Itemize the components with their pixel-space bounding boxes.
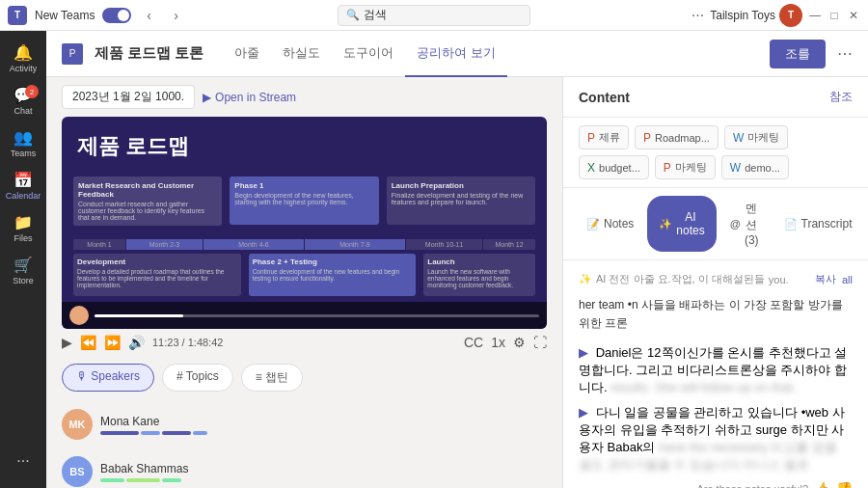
video-bottom-bar [62, 302, 547, 329]
search-box[interactable]: 🔍 검색 [338, 5, 530, 26]
fullscreen-button[interactable]: ⛶ [533, 335, 547, 350]
copy-button[interactable]: 복사 [815, 272, 836, 286]
ai-indicator: ✨ AI 전전 아줄 요.작업, 이 대해설된들 you. [579, 272, 789, 286]
speed-button[interactable]: 1x [491, 335, 505, 350]
new-teams-toggle[interactable] [102, 8, 131, 23]
profile-area: Tailspin Toys T [710, 4, 802, 27]
play-button[interactable]: ▶ [62, 335, 72, 350]
close-button[interactable]: ✕ [847, 9, 860, 22]
sidebar-item-calendar[interactable]: 📅 Calendar [4, 166, 42, 204]
sidebar-label-teams: Teams [11, 149, 37, 158]
main-layout: 🔔 Activity 💬 Chat 2 👥 Teams 📅 Calendar 📁… [0, 31, 868, 488]
sidebar-label-files: Files [14, 233, 32, 243]
thumbs-down-notes[interactable]: 👎 [836, 481, 853, 488]
sidebar-item-teams[interactable]: 👥 Teams [4, 123, 42, 162]
roadmap-phases: Market Research and Customer Feedback Co… [62, 176, 547, 239]
video-container: 제품 로드맵 Market Research and Customer Feed… [62, 117, 547, 329]
progress-bar[interactable] [95, 314, 539, 317]
phase-launch-prep: Launch Preparation Finalize development … [387, 176, 535, 225]
expandable-item-2[interactable]: ▶ 다니 일을 공물을 관리하고 있습니다 •web 사용자의 유입을 추적하기… [579, 404, 853, 474]
rewind-button[interactable]: ⏪ [80, 335, 96, 350]
transcript-tab-label: Transcript [801, 217, 853, 230]
reference-button[interactable]: 참조 [829, 89, 853, 105]
join-button[interactable]: 조를 [770, 40, 826, 68]
date-text: 2023년 1월 2일 1000. [62, 85, 195, 109]
tab-공리하여보기[interactable]: 공리하여 보기 [405, 31, 507, 77]
expandable-items: ▶ Daniel은 12쪽이신가를 온시를 추천했다고 설명합니다. 그리고 비… [579, 344, 853, 474]
chip-roadmap[interactable]: P Roadmap... [635, 125, 719, 149]
chip-budget[interactable]: X budget... [579, 155, 649, 179]
volume-button[interactable]: 🔊 [128, 335, 145, 350]
forward-button[interactable]: ⏩ [104, 335, 121, 350]
tab-topics[interactable]: # Topics [162, 364, 233, 392]
chip-marketing-2[interactable]: P 마케팅 [655, 155, 716, 179]
titlebar-more-button[interactable]: ··· [692, 7, 704, 24]
video-title: 제품 로드맵 [62, 117, 547, 176]
doc-icon: P [62, 43, 83, 65]
chip-doc-icon-2: W [730, 161, 741, 175]
phase-1: Phase 1 Begin development of the new fea… [230, 176, 378, 225]
chip-name-3: 마케팅 [747, 130, 779, 145]
chip-doc-icon: W [733, 131, 744, 145]
chip-marketing-1[interactable]: W 마케팅 [724, 125, 788, 149]
video-panel: 2023년 1월 2일 1000. ▶ Open in Stream 제품 로드… [46, 77, 868, 488]
speaker-name-mona: Mona Kane [100, 415, 207, 428]
sidebar-item-chat[interactable]: 💬 Chat 2 [4, 81, 42, 120]
speaker-name-babak: Babak Shammas [100, 462, 188, 475]
all-button[interactable]: all [842, 272, 853, 286]
chip-제류[interactable]: P 제류 [579, 125, 629, 149]
tab-transcript[interactable]: 📄 Transcript [773, 196, 864, 252]
thumbs-up-notes[interactable]: 👍 [814, 481, 830, 488]
sidebar-item-more[interactable]: ··· [4, 442, 42, 480]
chip-demo[interactable]: W demo... [721, 155, 789, 179]
open-in-stream-link[interactable]: ▶ Open in Stream [203, 91, 296, 104]
nav-back-button[interactable]: ‹ [139, 6, 158, 25]
user-avatar[interactable]: T [779, 4, 802, 27]
maximize-button[interactable]: □ [827, 9, 841, 22]
sidebar-item-store[interactable]: 🛒 Store [4, 251, 42, 289]
chip-ppt-icon: P [587, 131, 595, 145]
nav-forward-button[interactable]: › [166, 6, 185, 25]
mentions-tab-label: 멘션 (3) [745, 201, 759, 247]
expand-arrow-2: ▶ [579, 405, 588, 420]
sidebar-item-activity[interactable]: 🔔 Activity [4, 39, 42, 77]
bottom-avatar [69, 306, 89, 325]
video-overlay: 제품 로드맵 Market Research and Customer Feed… [62, 117, 547, 329]
chat-action-buttons: 복사 all [815, 272, 853, 286]
tab-speakers[interactable]: 🎙 Speakers [62, 364, 154, 392]
tab-아줄[interactable]: 아줄 [223, 31, 271, 77]
transcript-tab-icon: 📄 [784, 218, 798, 230]
speaker-avatar-babak: BS [62, 456, 93, 487]
tab-notes[interactable]: 📝 Notes [575, 196, 645, 252]
profile-name: Tailspin Toys [710, 9, 775, 22]
time-display: 11:23 / 1:48:42 [152, 337, 223, 348]
tab-chaptin[interactable]: ≡ 챕틴 [241, 364, 303, 392]
notes-tab-icon: 📝 [586, 218, 600, 230]
chip-ppt-icon-3: P [664, 161, 671, 175]
expandable-item-1[interactable]: ▶ Daniel은 12쪽이신가를 온시를 추천했다고 설명합니다. 그리고 비… [579, 344, 853, 396]
tab-mentions[interactable]: @ 멘션 (3) [719, 196, 771, 252]
speaker-bars-babak [100, 478, 188, 482]
sidebar-label-store: Store [13, 276, 34, 285]
minimize-button[interactable]: — [808, 9, 822, 22]
sidebar-item-files[interactable]: 📁 Files [4, 208, 42, 247]
tab-하실도[interactable]: 하실도 [271, 31, 332, 77]
speaker-avatar-mona: MK [62, 409, 93, 440]
settings-button[interactable]: ⚙ [513, 335, 526, 350]
title-bar-left: T New Teams ‹ › [8, 6, 292, 25]
ai-team-note: her team •n 사들을 배파하는 이 가장 포함할 방가를 위한 프론 [579, 296, 853, 333]
tab-ai-notes[interactable]: ✨ AI notes [647, 196, 716, 252]
tab-도구이어[interactable]: 도구이어 [332, 31, 405, 77]
mentions-tab-icon: @ [730, 218, 741, 230]
store-icon: 🛒 [14, 256, 33, 274]
ai-notes-tab-label: AI notes [676, 210, 704, 237]
sidebar-label-activity: Activity [10, 64, 38, 73]
left-panel: 2023년 1월 2일 1000. ▶ Open in Stream 제품 로드… [46, 77, 562, 488]
phase-market: Market Research and Customer Feedback Co… [73, 176, 222, 226]
expandable-text-2: 다니 일을 공물을 관리하고 있습니다 •web 사용자의 유입을 추적하기 쉬… [579, 405, 845, 472]
search-text: 검색 [364, 7, 387, 23]
month-labels: Month 1 Month 2-3 Month 4-6 Month 7-9 Mo… [62, 239, 547, 250]
subheader-more-icon[interactable]: ⋯ [837, 44, 853, 63]
video-controls: ▶ ⏪ ⏩ 🔊 11:23 / 1:48:42 CC 1x ⚙ ⛶ [46, 329, 562, 356]
cc-button[interactable]: CC [464, 335, 483, 350]
